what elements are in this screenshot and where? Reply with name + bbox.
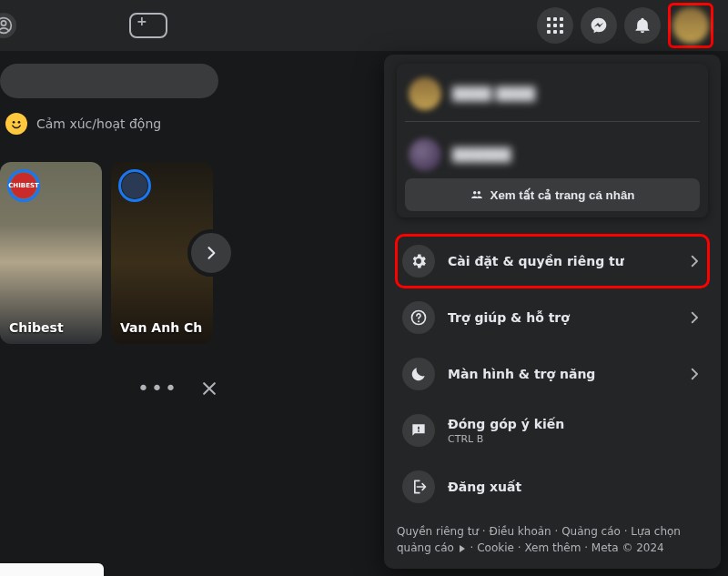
svg-point-3 [13, 121, 15, 124]
feedback-icon [402, 414, 435, 447]
chevron-right-icon [686, 309, 703, 326]
account-menu: Cài đặt & quyền riêng tư Trợ giúp & hỗ t… [397, 236, 708, 512]
footer-link-privacy[interactable]: Quyền riêng tư [397, 525, 479, 538]
peek-card [0, 563, 104, 576]
svg-point-1 [1, 21, 5, 25]
stories-next-button[interactable] [187, 229, 235, 277]
footer-link-more[interactable]: Xem thêm [524, 541, 581, 554]
composer-area: Cảm xúc/hoạt động CHIBEST Chibest Van An… [0, 64, 218, 399]
avatar-icon [409, 77, 441, 110]
gaming-icon[interactable] [129, 13, 167, 38]
menu-item-logout[interactable]: Đăng xuất [397, 461, 708, 512]
footer-link-terms[interactable]: Điều khoản [489, 525, 551, 538]
messenger-button[interactable] [581, 7, 617, 44]
panel-footer: Quyền riêng tư · Điều khoản · Quảng cáo … [397, 523, 708, 556]
close-button[interactable] [200, 379, 218, 398]
top-nav [0, 0, 728, 51]
close-icon [200, 379, 218, 398]
svg-point-6 [418, 320, 420, 322]
moon-icon [402, 358, 435, 390]
activity-label: Cảm xúc/hoạt động [36, 116, 161, 131]
menu-grid-button[interactable] [537, 7, 573, 44]
profile-row[interactable]: ██████ [405, 131, 700, 178]
composer-input[interactable] [0, 64, 218, 98]
footer-meta: Meta © 2024 [592, 541, 664, 554]
menu-item-label: Cài đặt & quyền riêng tư [448, 254, 673, 268]
story-card[interactable]: CHIBEST Chibest [0, 162, 102, 344]
ad-choices-icon [460, 545, 465, 552]
messenger-icon [590, 16, 608, 35]
see-all-profiles-label: Xem tất cả trang cá nhân [490, 188, 635, 202]
profile-switcher-card: ████ ████ ██████ Xem tất cả trang cá nhâ… [397, 64, 708, 217]
chevron-right-icon [686, 366, 703, 382]
menu-item-label: Đăng xuất [448, 480, 703, 494]
footer-link-cookie[interactable]: Cookie [477, 541, 514, 554]
menu-item-settings-privacy[interactable]: Cài đặt & quyền riêng tư [397, 236, 708, 287]
help-icon [402, 301, 435, 334]
svg-point-4 [18, 121, 21, 124]
people-switch-icon [470, 188, 483, 201]
notifications-button[interactable] [624, 7, 661, 44]
stories-row: CHIBEST Chibest Van Anh Ch [0, 162, 218, 344]
grid-icon [547, 17, 563, 34]
see-all-profiles-button[interactable]: Xem tất cả trang cá nhân [405, 178, 700, 211]
svg-rect-7 [418, 427, 420, 429]
profile-row[interactable]: ████ ████ [405, 70, 700, 117]
footer-link-ads[interactable]: Quảng cáo [561, 525, 621, 538]
profile-name: ████ ████ [452, 86, 535, 101]
account-dropdown: ████ ████ ██████ Xem tất cả trang cá nhâ… [384, 55, 721, 569]
avatar-icon [672, 7, 709, 44]
menu-item-label: Đóng góp ý kiến [448, 417, 703, 431]
logo-fragment-icon [0, 13, 16, 38]
activity-button[interactable]: Cảm xúc/hoạt động [0, 104, 218, 144]
story-label: Van Anh Ch [120, 320, 202, 335]
svg-point-2 [8, 116, 25, 132]
menu-item-display-accessibility[interactable]: Màn hình & trợ năng [397, 349, 708, 399]
avatar-icon [409, 138, 441, 171]
logout-icon [402, 470, 435, 503]
gear-icon [402, 245, 435, 278]
profile-name: ██████ [452, 147, 511, 162]
account-menu-button[interactable] [668, 3, 713, 48]
story-avatar-ring [118, 169, 151, 202]
menu-item-help-support[interactable]: Trợ giúp & hỗ trợ [397, 292, 708, 343]
story-avatar-ring: CHIBEST [7, 169, 40, 202]
menu-item-shortcut: CTRL B [448, 433, 703, 445]
story-label: Chibest [9, 320, 64, 335]
menu-item-give-feedback[interactable]: Đóng góp ý kiến CTRL B [397, 405, 708, 456]
chevron-right-icon [686, 253, 703, 269]
menu-item-label: Trợ giúp & hỗ trợ [448, 310, 673, 325]
bell-icon [633, 16, 652, 35]
feeling-icon [5, 113, 27, 135]
chevron-right-icon [202, 244, 220, 262]
menu-item-label: Màn hình & trợ năng [448, 367, 673, 381]
svg-rect-8 [418, 430, 420, 432]
more-options-button[interactable]: ••• [137, 377, 178, 399]
